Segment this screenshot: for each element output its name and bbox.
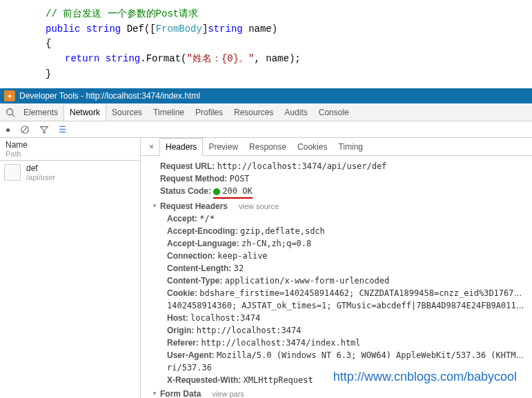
request-details: × Headers Preview Response Cookies Timin… [141, 138, 532, 398]
dtab-cookies[interactable]: Cookies [292, 139, 333, 155]
tab-audits[interactable]: Audits [279, 104, 313, 121]
list-icon[interactable]: ☰ [59, 125, 66, 135]
request-thumb [4, 164, 21, 181]
dtab-headers[interactable]: Headers [159, 138, 203, 156]
filter-icon[interactable] [39, 125, 49, 135]
details-tabs: × Headers Preview Response Cookies Timin… [141, 138, 532, 156]
status-dot-icon [213, 188, 220, 195]
svg-line-3 [22, 127, 28, 133]
view-parsed-link[interactable]: view pars [212, 390, 244, 398]
tab-elements[interactable]: Elements [18, 104, 63, 121]
request-row[interactable]: def /api/user [0, 161, 140, 184]
window-title: Developer Tools - http://localhost:3474/… [19, 91, 200, 101]
request-name: def [26, 163, 55, 173]
inspect-icon[interactable] [3, 108, 18, 118]
tab-timeline[interactable]: Timeline [148, 104, 190, 121]
section-request-headers[interactable]: Request Headersview source [160, 200, 525, 212]
request-list-header[interactable]: Name Path [0, 138, 140, 161]
tab-console[interactable]: Console [313, 104, 355, 121]
tab-network[interactable]: Network [63, 104, 106, 121]
request-list: Name Path def /api/user [0, 138, 141, 398]
devtools-panel: Elements Network Sources Timeline Profil… [0, 103, 532, 398]
view-source-link[interactable]: view source [239, 202, 279, 210]
dtab-preview[interactable]: Preview [203, 139, 244, 155]
tab-resources[interactable]: Resources [228, 104, 279, 121]
close-icon[interactable]: × [144, 142, 159, 152]
record-icon[interactable]: ● [6, 125, 10, 135]
svg-line-1 [12, 115, 15, 117]
headers-body: Request URL: http://localhost:3474/api/u… [141, 156, 532, 398]
clear-icon[interactable] [20, 125, 30, 135]
devtools-icon: ✦ [4, 90, 15, 101]
tab-profiles[interactable]: Profiles [190, 104, 228, 121]
svg-point-0 [7, 109, 13, 115]
window-title-bar: ✦ Developer Tools - http://localhost:347… [0, 88, 532, 103]
code-editor: // 前台发送 一个参数的Post请求 public string Def([F… [0, 0, 532, 88]
code-comment: // 前台发送 一个参数的Post请求 [46, 8, 198, 19]
filter-toolbar: ● ☰ [0, 121, 532, 138]
section-form-data[interactable]: Form Dataview pars [160, 388, 525, 398]
main-tabs: Elements Network Sources Timeline Profil… [0, 103, 532, 121]
tab-sources[interactable]: Sources [106, 104, 148, 121]
request-path: /api/user [26, 173, 55, 181]
dtab-timing[interactable]: Timing [333, 139, 368, 155]
dtab-response[interactable]: Response [244, 139, 292, 155]
